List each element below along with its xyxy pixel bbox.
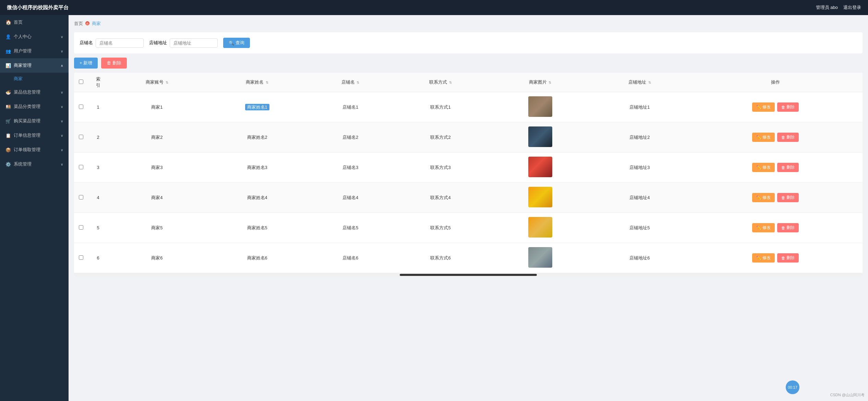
row-merchant-account: 商家4 (108, 183, 206, 213)
row-merchant-account: 商家2 (108, 122, 206, 153)
row-index: 4 (88, 183, 108, 213)
shop-image (528, 217, 552, 238)
row-shop-image (489, 153, 591, 183)
food-category-arrow: ∨ (61, 105, 63, 109)
search-button-label: 查询 (236, 40, 244, 46)
sidebar-item-food-mgmt[interactable]: 🍜 菜品信息管理 ∨ (0, 85, 69, 99)
col-header-merchant-name[interactable]: 商家姓名 ⇅ (206, 73, 309, 92)
row-operations: ✏️ 修改 🗑 删除 (688, 183, 863, 213)
scrollbar-thumb[interactable] (400, 274, 537, 276)
sidebar-item-user-mgmt[interactable]: 👥 用户管理 ∨ (0, 44, 69, 58)
sidebar-home-label: 首页 (14, 19, 23, 25)
row-shop-image (489, 183, 591, 213)
sidebar-food-mgmt-label: 菜品信息管理 (14, 89, 40, 95)
row-shop-image (489, 92, 591, 122)
watermark: CSDN @山山阿川考 (830, 392, 865, 398)
row-contact: 联系方式3 (392, 153, 489, 183)
edit-label: 修改 (762, 255, 771, 261)
row-checkbox[interactable] (79, 165, 83, 169)
row-checkbox[interactable] (79, 105, 83, 109)
row-delete-icon: 🗑 (781, 165, 785, 170)
row-checkbox-cell[interactable] (74, 153, 88, 183)
profile-arrow: ∨ (61, 35, 63, 39)
batch-delete-button[interactable]: 🗑 删除 (101, 58, 127, 69)
table-header-row: 索引 商家账号 ⇅ 商家姓名 ⇅ 店铺名 ⇅ (74, 73, 863, 92)
row-delete-button[interactable]: 🗑 删除 (777, 253, 799, 263)
edit-icon: ✏️ (756, 135, 761, 140)
sidebar-item-merchant[interactable]: 商家 (0, 73, 69, 85)
shop-image (528, 157, 552, 177)
row-merchant-name: 商家姓名4 (206, 183, 309, 213)
row-checkbox-cell[interactable] (74, 122, 88, 153)
row-checkbox-cell[interactable] (74, 213, 88, 243)
row-operations: ✏️ 修改 🗑 删除 (688, 122, 863, 153)
col-header-shop-address[interactable]: 店铺地址 ⇅ (591, 73, 688, 92)
breadcrumb-home[interactable]: 首页 (74, 21, 83, 27)
sidebar-merchant-label: 商家 (14, 76, 23, 81)
row-merchant-name: 商家姓名5 (206, 213, 309, 243)
sidebar: 🏠 首页 👤 个人中心 ∨ 👥 用户管理 ∨ 📊 商家管理 ∧ 商家 🍜 菜品信… (0, 15, 69, 401)
system-mgmt-icon: ⚙️ (5, 162, 11, 167)
col-header-shop-image[interactable]: 商家图片 ⇅ (489, 73, 591, 92)
row-checkbox-cell[interactable] (74, 243, 88, 273)
action-bar: + 新增 🗑 删除 (74, 58, 863, 69)
shop-image-sort-icon: ⇅ (548, 81, 551, 84)
row-operations: ✏️ 修改 🗑 删除 (688, 243, 863, 273)
row-contact: 联系方式1 (392, 92, 489, 122)
sidebar-item-profile[interactable]: 👤 个人中心 ∨ (0, 29, 69, 44)
col-header-index: 索引 (88, 73, 108, 92)
sidebar-item-pickup-mgmt[interactable]: 📦 订单领取管理 ∨ (0, 143, 69, 157)
horizontal-scrollbar[interactable] (74, 273, 863, 277)
sidebar-pickup-mgmt-label: 订单领取管理 (14, 147, 40, 153)
shop-image (528, 187, 552, 207)
row-delete-button[interactable]: 🗑 删除 (777, 163, 799, 172)
edit-button[interactable]: ✏️ 修改 (752, 133, 775, 142)
row-delete-button[interactable]: 🗑 删除 (777, 223, 799, 232)
row-shop-name: 店铺名1 (309, 92, 392, 122)
sidebar-item-merchant-mgmt[interactable]: 📊 商家管理 ∧ (0, 58, 69, 73)
sidebar-item-cart-mgmt[interactable]: 🛒 购买菜品管理 ∨ (0, 114, 69, 128)
sidebar-item-order-mgmt[interactable]: 📋 订单信息管理 ∨ (0, 128, 69, 143)
data-table: 索引 商家账号 ⇅ 商家姓名 ⇅ 店铺名 ⇅ (74, 73, 863, 273)
sidebar-item-food-category[interactable]: 🍱 菜品分类管理 ∨ (0, 99, 69, 114)
svg-text:商: 商 (86, 22, 89, 25)
edit-button[interactable]: ✏️ 修改 (752, 102, 775, 112)
row-delete-label: 删除 (786, 165, 795, 170)
home-icon: 🏠 (5, 20, 11, 25)
row-delete-button[interactable]: 🗑 删除 (777, 193, 799, 202)
row-index: 1 (88, 92, 108, 122)
row-checkbox[interactable] (79, 225, 83, 230)
row-shop-address: 店铺地址5 (591, 213, 688, 243)
edit-button[interactable]: ✏️ 修改 (752, 193, 775, 202)
select-all-checkbox[interactable] (79, 80, 83, 84)
col-header-checkbox[interactable] (74, 73, 88, 92)
col-header-merchant-account[interactable]: 商家账号 ⇅ (108, 73, 206, 92)
col-header-shop-name[interactable]: 店铺名 ⇅ (309, 73, 392, 92)
row-delete-button[interactable]: 🗑 删除 (777, 102, 799, 112)
edit-button[interactable]: ✏️ 修改 (752, 253, 775, 263)
breadcrumb-separator: 商 (85, 21, 90, 27)
row-delete-button[interactable]: 🗑 删除 (777, 133, 799, 142)
row-checkbox[interactable] (79, 195, 83, 199)
logout-button[interactable]: 退出登录 (843, 4, 861, 11)
shop-name-input[interactable] (96, 38, 144, 48)
col-header-contact[interactable]: 联系方式 ⇅ (392, 73, 489, 92)
row-shop-name: 店铺名5 (309, 213, 392, 243)
sidebar-item-system-mgmt[interactable]: ⚙️ 系统管理 ∨ (0, 157, 69, 171)
row-merchant-name: 商家姓名2 (206, 122, 309, 153)
row-checkbox[interactable] (79, 255, 83, 260)
row-checkbox[interactable] (79, 135, 83, 139)
shop-address-input[interactable] (170, 38, 218, 48)
sidebar-item-home[interactable]: 🏠 首页 (0, 15, 69, 29)
row-checkbox-cell[interactable] (74, 183, 88, 213)
search-button[interactable]: 🔍 查询 (223, 38, 250, 48)
add-button[interactable]: + 新增 (74, 58, 98, 69)
content-area: 首页 商 商家 店铺名 店铺地址 🔍 查询 + 新增 (69, 15, 868, 401)
row-checkbox-cell[interactable] (74, 92, 88, 122)
profile-icon: 👤 (5, 34, 11, 39)
edit-icon: ✏️ (756, 226, 761, 230)
edit-button[interactable]: ✏️ 修改 (752, 223, 775, 232)
food-mgmt-icon: 🍜 (5, 90, 11, 95)
edit-button[interactable]: ✏️ 修改 (752, 163, 775, 172)
edit-icon: ✏️ (756, 165, 761, 170)
